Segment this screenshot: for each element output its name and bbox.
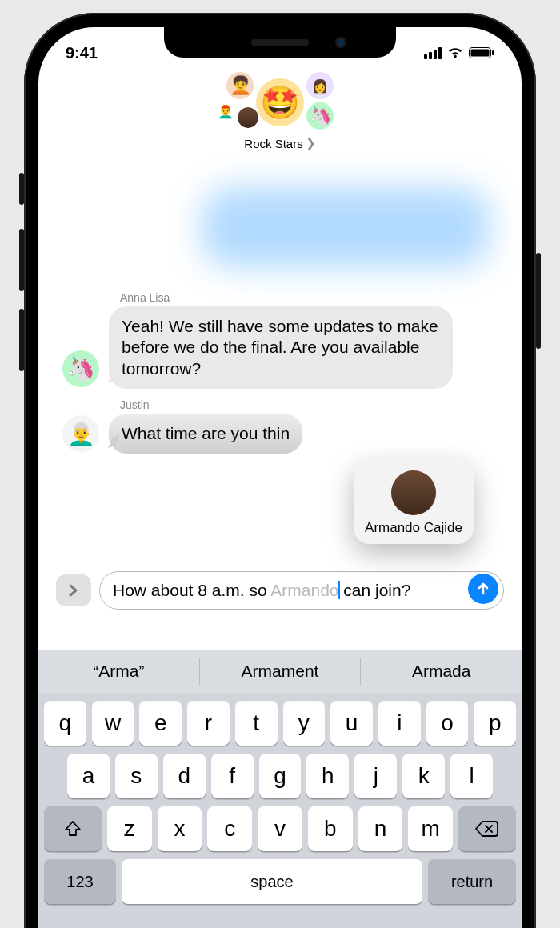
backspace-key[interactable]: [458, 806, 516, 851]
message-bubble[interactable]: What time are you thin: [109, 414, 302, 454]
message-row: Anna Lisa Yeah! We still have some updat…: [38, 291, 522, 389]
prediction[interactable]: Arma: [38, 650, 199, 693]
key-v[interactable]: v: [258, 806, 302, 851]
key-f[interactable]: f: [211, 754, 254, 798]
group-avatar-cluster: 🧑‍🦱 👩 👨‍🦰 🤩 🦄: [212, 72, 348, 133]
key-c[interactable]: c: [207, 806, 252, 851]
space-key[interactable]: space: [122, 859, 422, 904]
key-x[interactable]: x: [158, 806, 202, 851]
key-t[interactable]: t: [235, 701, 278, 746]
key-l[interactable]: l: [450, 754, 493, 798]
participant-avatar: 🧑‍🦱: [226, 72, 254, 99]
key-n[interactable]: n: [358, 806, 403, 851]
message-row: Justin What time are you thin 👨‍🦳: [38, 398, 522, 454]
message-input[interactable]: How about 8 a.m. so Armando can join?: [99, 571, 504, 610]
notch: [164, 27, 396, 58]
key-k[interactable]: k: [402, 754, 445, 798]
participant-avatar: [238, 107, 258, 128]
key-y[interactable]: y: [283, 701, 326, 746]
svg-rect-2: [492, 50, 494, 55]
message-avatar: 🦄: [62, 350, 99, 387]
key-z[interactable]: z: [107, 806, 152, 851]
key-i[interactable]: i: [378, 701, 421, 746]
compose-mention: Armando: [270, 581, 338, 599]
key-p[interactable]: p: [474, 701, 516, 746]
compose-text-before: How about 8 a.m. so: [113, 581, 270, 599]
prediction[interactable]: Armada: [360, 658, 522, 685]
participant-avatar: 👨‍🦰: [215, 101, 236, 122]
side-button: [536, 253, 541, 349]
message-sender: Justin: [120, 398, 499, 411]
participant-avatar: 🦄: [306, 102, 334, 130]
key-m[interactable]: m: [408, 806, 453, 851]
participant-avatar: 👩: [306, 72, 334, 99]
prediction[interactable]: Armament: [199, 658, 361, 685]
compose-text-after: can join?: [339, 581, 411, 599]
status-time: 9:41: [66, 44, 98, 62]
keyboard-row: a s d f g h j k l: [38, 746, 522, 798]
key-h[interactable]: h: [306, 754, 349, 798]
shift-key[interactable]: [44, 806, 102, 851]
key-e[interactable]: e: [139, 701, 182, 746]
message-avatar: 👨‍🦳: [62, 415, 99, 452]
key-w[interactable]: w: [92, 701, 134, 746]
battery-icon: [469, 47, 494, 58]
key-b[interactable]: b: [308, 806, 353, 851]
conversation: Anna Lisa Yeah! We still have some updat…: [38, 163, 522, 928]
key-u[interactable]: u: [330, 701, 373, 746]
cellular-icon: [424, 47, 442, 59]
mention-avatar: [391, 470, 436, 515]
group-name: Rock Stars: [244, 137, 302, 150]
key-j[interactable]: j: [354, 754, 397, 798]
keyboard-row: q w e r t y u i o p: [38, 693, 522, 746]
volume-down-button: [19, 309, 24, 371]
keyboard-row: 123 space return: [38, 851, 522, 904]
key-q[interactable]: q: [44, 701, 86, 746]
send-button[interactable]: [468, 574, 498, 604]
volume-up-button: [19, 229, 24, 291]
message-bubble[interactable]: Yeah! We still have some updates to make…: [109, 306, 453, 389]
text-caret: [338, 581, 340, 599]
key-d[interactable]: d: [163, 754, 206, 798]
key-g[interactable]: g: [259, 754, 302, 798]
return-key[interactable]: return: [428, 859, 516, 904]
mute-switch: [19, 173, 24, 205]
mention-name: Armando Cajide: [365, 520, 462, 536]
blurred-outgoing-message: [202, 187, 490, 267]
chevron-right-icon: ❯: [306, 136, 316, 150]
mention-suggestion[interactable]: Armando Cajide: [354, 459, 474, 544]
prediction-bar: Arma Armament Armada: [38, 650, 522, 693]
keyboard-row: z x c v b n m: [38, 798, 522, 851]
message-sender: Anna Lisa: [120, 291, 499, 304]
compose-bar: How about 8 a.m. so Armando can join?: [56, 571, 504, 610]
keyboard: Arma Armament Armada q w e r t y u i o p: [38, 650, 522, 928]
group-header[interactable]: 🧑‍🦱 👩 👨‍🦰 🤩 🦄 Rock Stars ❯: [38, 72, 522, 150]
phone-frame: 9:41 🧑‍🦱 👩 👨‍🦰 🤩 🦄: [24, 13, 536, 928]
numeric-key[interactable]: 123: [44, 859, 116, 904]
key-s[interactable]: s: [115, 754, 158, 798]
screen: 9:41 🧑‍🦱 👩 👨‍🦰 🤩 🦄: [38, 27, 522, 928]
key-a[interactable]: a: [67, 754, 110, 798]
group-avatar: 🤩: [256, 78, 304, 126]
wifi-icon: [446, 46, 464, 59]
key-o[interactable]: o: [426, 701, 469, 746]
key-r[interactable]: r: [187, 701, 230, 746]
svg-rect-1: [471, 50, 490, 57]
expand-apps-button[interactable]: [56, 574, 91, 606]
